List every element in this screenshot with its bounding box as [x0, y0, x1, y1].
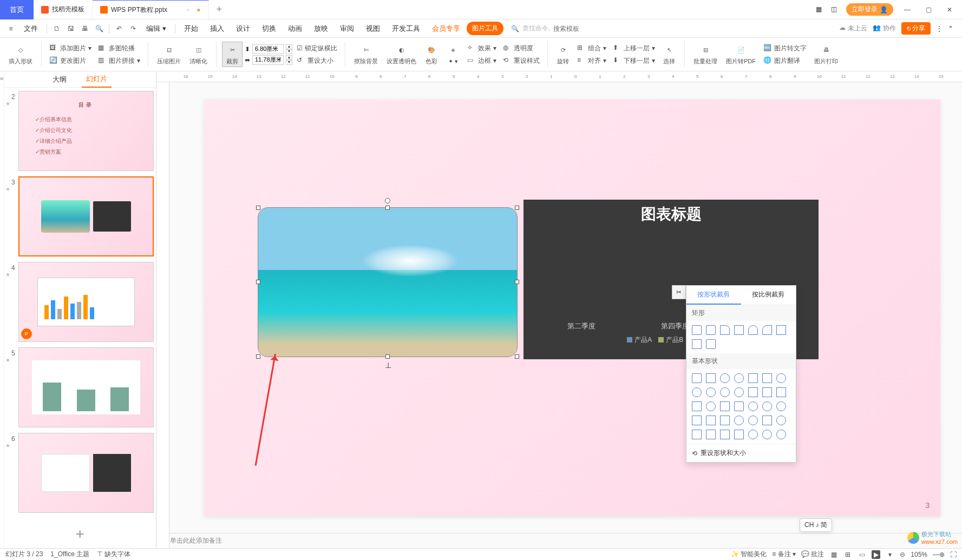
set-transparency-button[interactable]: ◐设置透明色	[383, 42, 420, 67]
batch-button[interactable]: ⊟批量处理	[690, 42, 721, 67]
select-button[interactable]: ↖选择	[659, 42, 679, 67]
tab-add[interactable]: +	[209, 4, 230, 15]
remove-bg-button[interactable]: ✄抠除背景	[351, 42, 381, 67]
crop-shape-basic[interactable]	[762, 416, 772, 425]
crop-shape-rect[interactable]	[720, 325, 730, 335]
menu-slideshow[interactable]: 放映	[309, 21, 333, 37]
image-layout-button[interactable]: ▥图片拼接 ▾	[96, 55, 142, 67]
resize-handle-n[interactable]	[385, 206, 390, 210]
slideshow-dropdown[interactable]: ▾	[886, 550, 894, 559]
smart-beautify-button[interactable]: ✨ 智能美化	[731, 550, 767, 559]
save-icon[interactable]: 🖫	[64, 22, 77, 35]
slide-thumb-4[interactable]: P	[18, 262, 154, 342]
spin-down[interactable]: ▾	[286, 60, 292, 65]
window-close[interactable]: ✕	[943, 4, 957, 16]
crop-tab-shape[interactable]: 按形状裁剪	[686, 286, 741, 305]
grid-icon[interactable]: ▦	[816, 5, 824, 14]
slide-thumb-2[interactable]: 目录✓介绍基本信息✓介绍公司文化✓详细介绍产品✓营销方案	[18, 91, 154, 171]
login-button[interactable]: 立即登录👤	[846, 3, 893, 16]
crop-shape-basic[interactable]	[720, 416, 730, 425]
crop-shape-basic[interactable]	[734, 373, 744, 383]
thumbnails-list[interactable]: 2★ 目录✓介绍基本信息✓介绍公司文化✓详细介绍产品✓营销方案 3★ 4★ P …	[4, 88, 156, 520]
print-image-button[interactable]: 🖶图片打印	[811, 42, 841, 67]
print-icon[interactable]: 🖶	[78, 22, 91, 35]
selected-image[interactable]	[258, 208, 517, 357]
crop-shape-rect[interactable]	[706, 339, 716, 349]
comments-toggle[interactable]: 💬 批注	[801, 550, 824, 559]
rotate-handle[interactable]	[385, 198, 390, 203]
zoom-level[interactable]: 105%	[911, 551, 927, 558]
slideshow-button[interactable]: ▶	[872, 550, 880, 559]
crop-shape-rect[interactable]	[776, 325, 786, 335]
crop-shape-basic[interactable]	[720, 430, 730, 439]
search-input[interactable]	[553, 25, 629, 32]
crop-shape-rect[interactable]	[692, 325, 702, 335]
tab-home[interactable]: 首页	[0, 0, 34, 19]
resize-handle-e[interactable]	[515, 280, 519, 284]
fit-button[interactable]: ⛶	[950, 551, 957, 558]
translate-button[interactable]: 🌐图片翻译	[761, 55, 809, 67]
menu-devtools[interactable]: 开发工具	[387, 21, 426, 37]
theme-name[interactable]: 1_Office 主题	[50, 550, 89, 559]
crop-shape-rect[interactable]	[692, 339, 702, 349]
menu-review[interactable]: 审阅	[335, 21, 359, 37]
menu-view[interactable]: 视图	[361, 21, 385, 37]
crop-shape-basic[interactable]	[748, 401, 758, 411]
resize-handle-se[interactable]	[515, 354, 519, 359]
collapse-panel-button[interactable]: «	[0, 71, 4, 548]
crop-shape-basic[interactable]	[706, 430, 716, 439]
crop-shape-basic[interactable]	[706, 373, 716, 383]
crop-shape-basic[interactable]	[762, 430, 772, 439]
menu-animation[interactable]: 动画	[283, 21, 307, 37]
spin-down[interactable]: ▾	[286, 49, 292, 54]
tab-template-store[interactable]: 找稻壳模板	[34, 0, 93, 19]
preview-icon[interactable]: 🔍	[93, 22, 106, 35]
crop-shape-basic[interactable]	[706, 416, 716, 425]
ime-indicator[interactable]: CH ♪ 简	[800, 518, 832, 532]
redo-icon[interactable]: ↷	[127, 22, 140, 35]
color-button[interactable]: 🎨色彩	[422, 42, 441, 67]
notes-toggle[interactable]: ≡ 备注 ▾	[772, 550, 796, 559]
crop-shape-basic[interactable]	[762, 387, 772, 397]
crop-reset-button[interactable]: ⟲重设形状和大小	[686, 444, 796, 462]
crop-tab-ratio[interactable]: 按比例裁剪	[741, 286, 796, 305]
compress-button[interactable]: ⊡压缩图片	[154, 42, 184, 67]
collab-button[interactable]: 👥协作	[873, 24, 896, 33]
apps-icon[interactable]: ◫	[831, 5, 840, 14]
new-icon[interactable]: 🗋	[50, 22, 63, 35]
crop-shape-basic[interactable]	[762, 401, 772, 411]
brightness-button[interactable]: ☀✦ ▾	[443, 43, 463, 66]
crop-shape-basic[interactable]	[720, 401, 730, 411]
tab-menu-icon[interactable]: ▫	[187, 6, 189, 14]
crop-shape-basic[interactable]	[748, 430, 758, 439]
transparency-button[interactable]: ◍透明度	[501, 43, 542, 54]
crop-shape-rect[interactable]	[762, 325, 772, 335]
view-reading-icon[interactable]: ▭	[858, 550, 866, 559]
resize-handle-ne[interactable]	[515, 206, 519, 210]
zoom-out-button[interactable]: ⊖	[900, 551, 905, 558]
undo-icon[interactable]: ↶	[113, 22, 126, 35]
to-pdf-button[interactable]: 📄图片转PDF	[723, 42, 759, 67]
effects-button[interactable]: ✧效果 ▾	[465, 43, 499, 54]
window-maximize[interactable]: ▢	[921, 4, 936, 16]
multi-image-button[interactable]: ▦多图轮播	[96, 43, 142, 54]
menu-picture-tools[interactable]: 图片工具	[467, 22, 503, 35]
height-input[interactable]	[252, 44, 284, 54]
move-down-button[interactable]: ⬇下移一层 ▾	[611, 55, 657, 67]
edit-menu[interactable]: 编辑 ▾	[141, 21, 172, 37]
resize-handle-w[interactable]	[256, 280, 260, 284]
menu-design[interactable]: 设计	[231, 21, 256, 37]
clarity-button[interactable]: ◫清晰化	[186, 42, 211, 67]
add-slide-button[interactable]: +	[4, 520, 156, 548]
crop-shape-rect[interactable]	[706, 325, 716, 335]
rotate-button[interactable]: ⟳旋转	[553, 42, 573, 67]
reset-style-button[interactable]: ⟲重设样式	[501, 55, 542, 67]
slide-thumb-6[interactable]	[18, 433, 154, 513]
notes-bar[interactable]: ≡ 单击此处添加备注	[156, 533, 962, 548]
crop-shape-rect[interactable]	[748, 325, 758, 335]
crop-shape-basic[interactable]	[706, 387, 716, 397]
window-minimize[interactable]: —	[900, 4, 915, 16]
crop-shape-rect[interactable]	[734, 325, 744, 335]
crop-button[interactable]: ✂裁剪	[222, 42, 243, 67]
menu-start[interactable]: 开始	[179, 21, 204, 37]
